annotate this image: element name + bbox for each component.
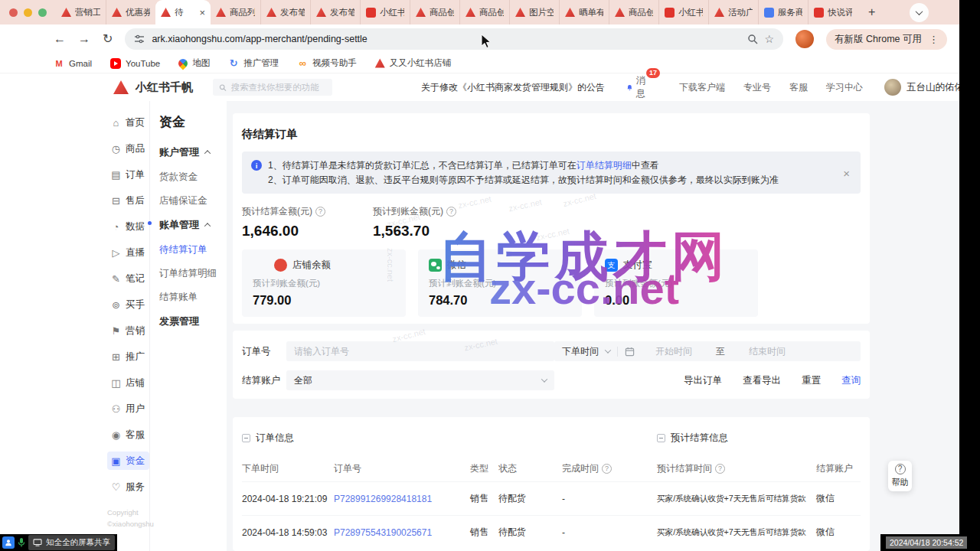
- browser-tab[interactable]: 待×: [155, 0, 211, 24]
- browser-tab[interactable]: 晒单有: [559, 0, 609, 24]
- view-exports-button[interactable]: 查看导出: [743, 374, 781, 387]
- browser-tab[interactable]: 商品创: [609, 0, 658, 24]
- browser-tab[interactable]: 商品创: [459, 0, 509, 24]
- tab-search-button[interactable]: [910, 3, 929, 22]
- app-body: ⌂首页◷商品▤订单⊟售后◔数据▷直播✎笔记⊚买手⚑营销⊞推广◫店铺⚇用户◉客服▣…: [0, 101, 959, 551]
- submenu-group-账户管理[interactable]: 账户管理: [159, 145, 227, 159]
- help-icon[interactable]: ?: [715, 464, 725, 474]
- submenu-item-待结算订单[interactable]: 待结算订单: [159, 243, 227, 256]
- sidebar-item-user[interactable]: ⚇用户: [107, 399, 149, 418]
- bookmark-promo[interactable]: ↻推广管理: [228, 57, 279, 69]
- forward-button[interactable]: →: [78, 33, 90, 45]
- sidebar-item-marketing[interactable]: ⚑营销: [107, 321, 149, 340]
- bookmark-maps[interactable]: 地图: [178, 57, 210, 69]
- notice-line-2: 2、订单可能因取消、退款、违反平台规则等原因不予结算或延迟结算，故预计结算时间和…: [268, 173, 779, 187]
- sidebar-item-home[interactable]: ⌂首页: [107, 113, 149, 132]
- browser-tab[interactable]: 发布笔: [310, 0, 360, 24]
- sidebar-item-aftersale[interactable]: ⊟售后: [107, 191, 149, 210]
- tab-close-icon[interactable]: ×: [199, 8, 205, 18]
- sidebar-item-note[interactable]: ✎笔记: [107, 269, 149, 288]
- submenu-item-货款资金[interactable]: 货款资金: [159, 171, 227, 184]
- column-label: 类型: [470, 462, 488, 475]
- sidebar-item-service[interactable]: ♡服务: [107, 478, 149, 496]
- browser-tab[interactable]: 发布笔: [260, 0, 310, 24]
- sidebar-item-funds[interactable]: ▣资金: [107, 452, 149, 470]
- bookmark-gmail[interactable]: MGmail: [54, 58, 92, 69]
- end-date-placeholder[interactable]: 结束时间: [749, 345, 786, 358]
- header-link[interactable]: 下载客户端: [679, 81, 725, 94]
- reload-button[interactable]: ↻: [103, 33, 113, 45]
- sidebar-item-promotion[interactable]: ⊞推广: [107, 347, 149, 366]
- submenu-group-发票管理[interactable]: 发票管理: [159, 315, 227, 328]
- help-floating-button[interactable]: ? 帮助: [888, 461, 912, 491]
- announcement-link[interactable]: 关于修改《小红书商家发货管理规则》的公告: [421, 81, 605, 94]
- service-icon: ♡: [110, 481, 122, 493]
- submenu-item-结算账单[interactable]: 结算账单: [159, 291, 227, 304]
- sidebar-item-label: 营销: [126, 324, 145, 337]
- submenu-group-账单管理[interactable]: 账单管理: [159, 218, 227, 232]
- url-text[interactable]: ark.xiaohongshu.com/app-merchant/pending…: [152, 34, 740, 44]
- help-icon[interactable]: ?: [446, 207, 456, 217]
- share-label[interactable]: 知全全的屏幕共享: [28, 535, 115, 550]
- app-search-box[interactable]: [213, 79, 332, 96]
- window-zoom-button[interactable]: [38, 8, 47, 17]
- chrome-update-chip[interactable]: 有新版 Chrome 可用 ⋮: [826, 29, 947, 50]
- time-type-select[interactable]: 下单时间: [562, 345, 599, 358]
- window-close-button[interactable]: [9, 8, 18, 17]
- submenu-item-店铺保证金[interactable]: 店铺保证金: [159, 194, 227, 207]
- new-tab-button[interactable]: +: [864, 6, 880, 18]
- date-range-control[interactable]: 下单时间 开始时间 至 结束时间: [554, 341, 861, 361]
- tab-label: 发布笔: [330, 7, 354, 18]
- start-date-placeholder[interactable]: 开始时间: [655, 345, 692, 358]
- address-bar[interactable]: ark.xiaohongshu.com/app-merchant/pending…: [125, 28, 783, 50]
- browser-tab[interactable]: 图片空: [509, 0, 559, 24]
- reset-button[interactable]: 重置: [802, 374, 821, 387]
- sidebar-item-customer-service[interactable]: ◉客服: [107, 425, 149, 444]
- collapse-icon[interactable]: [242, 434, 250, 442]
- sidebar-item-shop[interactable]: ◫店铺: [107, 373, 149, 392]
- site-settings-icon[interactable]: [134, 34, 145, 44]
- back-button[interactable]: ←: [54, 33, 66, 45]
- query-button[interactable]: 查询: [841, 374, 861, 387]
- help-icon[interactable]: ?: [602, 464, 612, 474]
- browser-menu-icon[interactable]: ⋮: [929, 34, 939, 45]
- collapse-icon[interactable]: [657, 434, 665, 442]
- browser-tab[interactable]: 营销工: [56, 0, 106, 24]
- browser-profile-avatar[interactable]: [795, 30, 814, 48]
- bookmark-youtube[interactable]: YouTube: [110, 58, 160, 69]
- sidebar-item-product[interactable]: ◷商品: [107, 139, 149, 158]
- messages-button[interactable]: 消息 17: [626, 74, 648, 100]
- sidebar-item-buyer[interactable]: ⊚买手: [107, 295, 149, 314]
- sidebar-item-order[interactable]: ▤订单: [107, 165, 149, 184]
- browser-tab[interactable]: 商品列: [211, 0, 260, 24]
- bookmark-channels[interactable]: ∞视频号助手: [297, 57, 357, 69]
- window-minimize-button[interactable]: [24, 8, 32, 17]
- tab-label: 商品创: [479, 7, 504, 18]
- notice-settle-detail-link[interactable]: 订单结算明细: [577, 160, 632, 171]
- settle-account-select[interactable]: 全部: [286, 370, 554, 390]
- help-icon[interactable]: ?: [315, 207, 325, 217]
- order-no-link[interactable]: P728991269928418181: [334, 494, 470, 504]
- order-no-link[interactable]: P728975543190025671: [334, 527, 470, 538]
- browser-tab[interactable]: 优惠券: [106, 0, 155, 24]
- export-orders-button[interactable]: 导出订单: [684, 374, 722, 387]
- submenu-item-订单结算明细[interactable]: 订单结算明细: [159, 267, 227, 280]
- banner-close-icon[interactable]: ×: [843, 167, 850, 178]
- browser-tab[interactable]: 服务商: [758, 0, 808, 24]
- browser-tab[interactable]: 小红书: [658, 0, 708, 24]
- header-link[interactable]: 专业号: [743, 81, 771, 94]
- browser-tab[interactable]: 快说评: [808, 0, 858, 24]
- browser-tab[interactable]: 活动广: [708, 0, 758, 24]
- bookmark-star-icon[interactable]: ☆: [765, 33, 775, 45]
- search-icon[interactable]: [747, 34, 758, 44]
- bookmark-qf[interactable]: 又又小红书店铺: [375, 57, 452, 69]
- header-link[interactable]: 客服: [789, 81, 808, 94]
- sidebar-item-live[interactable]: ▷直播: [107, 243, 149, 262]
- table-cell: 买家/系统确认收货+7天无售后可结算货款: [657, 527, 816, 538]
- sidebar-item-data[interactable]: ◔数据: [107, 217, 149, 236]
- header-link[interactable]: 学习中心: [826, 81, 863, 94]
- app-search-input[interactable]: [231, 83, 326, 92]
- browser-tab[interactable]: 小红书: [360, 0, 410, 24]
- browser-tab[interactable]: 商品创: [410, 0, 459, 24]
- order-no-input[interactable]: [286, 341, 554, 361]
